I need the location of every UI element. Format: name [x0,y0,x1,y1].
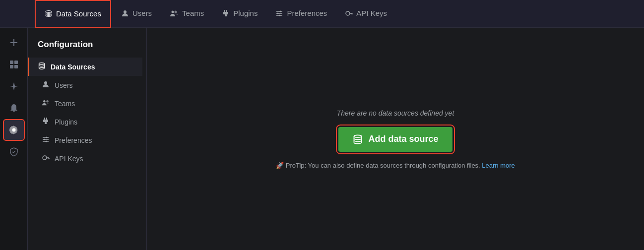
svg-rect-33 [43,120,48,122]
rocket-icon: 🚀 [276,162,284,169]
svg-rect-34 [45,122,47,124]
top-navigation: Data Sources Users Teams Plugins [0,0,644,28]
bell-icon [9,103,19,113]
add-data-source-label: Add data source [368,134,438,144]
svg-point-0 [46,10,52,12]
config-menu-teams-label: Teams [55,100,75,108]
svg-rect-8 [225,14,227,16]
config-menu-plugins[interactable]: Plugins [32,113,142,131]
data-sources-menu-icon [38,62,46,71]
sidebar-icon-rail [0,28,28,250]
svg-point-28 [44,81,47,84]
tab-api-keys[interactable]: API Keys [336,0,396,28]
tab-teams[interactable]: Teams [161,0,213,28]
config-menu-preferences-label: Preferences [55,136,92,144]
tab-users[interactable]: Users [112,0,161,28]
users-icon [170,9,179,17]
svg-rect-21 [10,61,13,64]
svg-point-27 [39,63,45,65]
svg-point-2 [124,10,127,13]
config-menu-data-sources-label: Data Sources [51,63,95,71]
config-menu-preferences[interactable]: Preferences [32,131,142,149]
tab-users-label: Users [132,9,152,17]
svg-marker-25 [10,82,18,90]
config-panel: Configuration Data Sources User [28,28,147,250]
svg-rect-26 [13,111,15,112]
svg-rect-7 [223,12,228,14]
tab-api-keys-label: API Keys [356,9,387,17]
sidebar-icon-configuration[interactable] [4,120,24,140]
empty-state-message: There are no data sources defined yet [337,109,454,117]
main-content-area: There are no data sources defined yet Ad… [147,28,644,250]
svg-rect-5 [224,10,225,12]
svg-rect-6 [226,10,227,12]
svg-point-41 [43,156,47,160]
sidebar-icon-explore[interactable] [4,76,24,96]
config-menu-api-keys-label: API Keys [55,155,83,163]
config-menu-users[interactable]: Users [32,76,142,94]
gear-icon [9,125,19,135]
key-icon [345,9,353,17]
grid-icon [9,60,19,69]
svg-rect-31 [44,118,45,120]
svg-point-13 [277,12,279,14]
svg-rect-32 [46,118,47,120]
svg-rect-24 [14,65,18,68]
config-menu-data-sources[interactable]: Data Sources [28,58,142,76]
tab-plugins-label: Plugins [233,9,258,17]
sidebar-icon-add[interactable] [4,33,24,53]
tab-preferences-label: Preferences [287,9,327,17]
svg-point-14 [279,14,281,16]
teams-menu-icon [42,99,50,108]
sliders-icon [275,9,283,17]
users-menu-icon [42,80,50,90]
shield-icon [9,147,19,157]
svg-point-40 [46,141,47,142]
tab-data-sources-label: Data Sources [56,9,101,18]
svg-point-30 [46,100,48,102]
sidebar-icon-alerting[interactable] [4,98,24,118]
svg-point-38 [46,137,48,138]
tab-plugins[interactable]: Plugins [213,0,266,28]
svg-point-39 [44,139,45,140]
plus-icon [9,38,19,48]
plug-icon [222,9,230,17]
svg-point-29 [43,100,45,102]
tab-teams-label: Teams [182,9,204,17]
config-menu-users-label: Users [55,81,73,89]
tab-data-sources[interactable]: Data Sources [35,0,111,28]
svg-point-12 [280,10,281,12]
sidebar-icon-shield[interactable] [4,142,24,162]
plugins-menu-icon [42,117,50,126]
add-data-source-button[interactable]: Add data source [338,127,452,152]
svg-rect-22 [14,61,18,64]
svg-rect-23 [10,65,13,68]
api-keys-menu-icon [42,154,50,163]
tab-preferences[interactable]: Preferences [266,0,336,28]
main-area: Configuration Data Sources User [0,28,644,250]
config-menu-plugins-label: Plugins [55,118,77,126]
config-menu-api-keys[interactable]: API Keys [32,149,142,168]
config-menu-teams[interactable]: Teams [32,94,142,113]
sidebar-icon-dashboards[interactable] [4,55,24,74]
preferences-menu-icon [42,135,50,145]
svg-point-4 [175,10,177,13]
config-panel-title: Configuration [28,36,146,58]
learn-more-link[interactable]: Learn more [482,162,515,169]
add-datasource-icon [352,134,363,145]
protip-text: 🚀 ProTip: You can also define data sourc… [276,162,515,169]
database-icon [45,10,53,18]
svg-point-3 [172,10,174,13]
compass-icon [9,81,19,91]
user-icon [121,9,129,17]
svg-point-45 [354,135,362,137]
svg-point-15 [346,11,350,15]
